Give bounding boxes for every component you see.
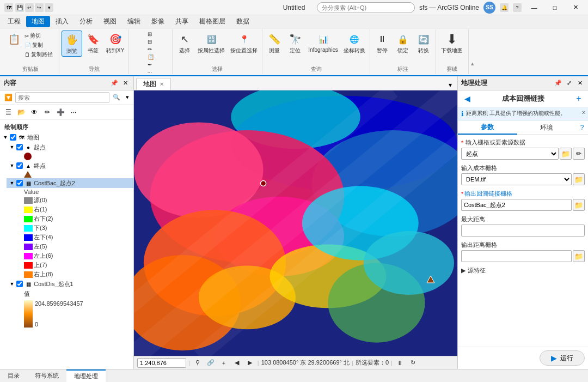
pause-map-button[interactable]: ⏸ [395, 358, 406, 368]
pause-button[interactable]: ⏸ 暂停 [372, 31, 392, 56]
menu-item-raster-layer[interactable]: 栅格图层 [194, 16, 231, 27]
menu-item-data[interactable]: 数据 [231, 16, 255, 27]
toc-visibility-view-btn[interactable]: 👁 [28, 106, 40, 118]
toc-list-view-btn[interactable]: ☰ [2, 106, 14, 118]
gp-output-input[interactable] [461, 199, 572, 211]
toc-add-layer-btn[interactable]: ➕ [54, 106, 66, 118]
gp-help-button[interactable]: ? [576, 120, 588, 135]
menu-item-project[interactable]: 工程 [2, 16, 26, 27]
gp-outdist-input[interactable] [461, 250, 572, 262]
costbac-visibility-checkbox[interactable] [16, 180, 23, 186]
toc-search-button[interactable]: 🔍 [111, 93, 122, 101]
refresh-map-button[interactable]: ↻ [408, 358, 419, 368]
scale-input[interactable] [137, 358, 186, 368]
lock-button[interactable]: 🔒 锁定 [393, 31, 413, 56]
map-tab-dropdown[interactable]: ▾ [445, 80, 455, 90]
close-button[interactable]: ✕ [567, 3, 584, 13]
costdis-visibility-checkbox[interactable] [16, 281, 23, 287]
select-by-attribute-button[interactable]: 🔡 按属性选择 [195, 31, 227, 56]
gp-add-button[interactable]: + [573, 93, 585, 105]
toc-drawing-order-btn[interactable]: ✏ [41, 106, 53, 118]
status-btn-2[interactable]: 🔗 [205, 358, 216, 368]
toc-search-input[interactable] [15, 92, 109, 103]
menu-item-view[interactable]: 视图 [98, 16, 122, 27]
status-btn-5[interactable]: ▶ [244, 358, 255, 368]
undo-icon[interactable]: ↩ [25, 3, 34, 12]
map-tab-close-button[interactable]: ✕ [160, 81, 164, 87]
toc-source-view-btn[interactable]: 📂 [15, 106, 27, 118]
layer-btn-5[interactable]: ✒ [146, 61, 156, 68]
gp-tab-env[interactable]: 环境 [517, 120, 577, 135]
costbac-expand-icon[interactable]: ▼ [9, 180, 15, 186]
map-expand-icon[interactable]: ▼ [2, 135, 9, 140]
notification-icon[interactable]: 🔔 [500, 3, 509, 12]
cut-button[interactable]: ✂ 剪切 [23, 32, 54, 40]
goto-xy-button[interactable]: 🎯 转到XY [104, 31, 126, 56]
measure-button[interactable]: 📏 测量 [265, 31, 284, 56]
minimize-button[interactable]: — [526, 3, 542, 13]
status-btn-4[interactable]: ◀ [231, 358, 242, 368]
menu-item-map[interactable]: 地图 [26, 16, 50, 27]
menu-item-share[interactable]: 共享 [170, 16, 194, 27]
menu-item-analysis[interactable]: 分析 [74, 16, 98, 27]
origin-expand-icon[interactable]: ▼ [9, 144, 15, 150]
save-icon[interactable]: 💾 [15, 3, 24, 12]
select-by-location-button[interactable]: 📍 按位置选择 [228, 31, 260, 56]
gp-cost-select[interactable]: DEM.tif [461, 173, 572, 185]
toc-more-btn[interactable]: ··· [68, 106, 79, 118]
convert-button[interactable]: 🔄 转换 [414, 31, 433, 56]
paste-button[interactable]: 📋 ✂ 剪切 📄 复制 🗒 复制路径 [4, 31, 57, 60]
coord-convert-button[interactable]: 🌐 坐标转换 [341, 31, 367, 56]
gp-source-select[interactable]: 起点 [461, 148, 559, 160]
bottom-tab-geoprocessing[interactable]: 地理处理 [66, 369, 106, 382]
gp-outdist-folder-button[interactable]: 📁 [573, 250, 585, 262]
select-button[interactable]: ↖ 选择 [175, 31, 194, 56]
browse-button[interactable]: 🖐 浏览 [62, 31, 82, 57]
infographics-button[interactable]: 📊 Infographics [306, 31, 340, 54]
bottom-tab-catalog[interactable]: 目录 [0, 369, 27, 382]
global-search-input[interactable] [317, 2, 415, 13]
layer-origin[interactable]: ▼ ● 起点 [7, 142, 133, 152]
layer-dest[interactable]: ▼ ▲ 终点 [7, 161, 133, 171]
copy-path-button[interactable]: 🗒 复制路径 [23, 50, 54, 59]
gp-back-button[interactable]: ◀ [461, 93, 473, 105]
gp-pin-button[interactable]: 📌 [553, 78, 563, 88]
layer-costbac[interactable]: ▼ ▦ CostBac_起点2 [7, 178, 133, 188]
origin-visibility-checkbox[interactable] [16, 144, 23, 150]
copy-button[interactable]: 📄 复制 [23, 41, 54, 50]
dest-expand-icon[interactable]: ▼ [9, 163, 15, 168]
gp-info-close-button[interactable]: ✕ [581, 110, 586, 116]
layer-btn-more[interactable]: ··· [146, 69, 156, 76]
ribbon-expand-button[interactable]: ▲ [469, 61, 476, 66]
user-avatar[interactable]: SS [483, 2, 495, 14]
gp-close-button[interactable]: ✕ [575, 78, 585, 88]
bookmark-button[interactable]: 🔖 书签 [83, 31, 103, 56]
layer-costdis[interactable]: ▼ ▦ CostDis_起点1 [7, 279, 133, 289]
gp-source-folder-button[interactable]: 📁 [560, 148, 572, 160]
status-btn-1[interactable]: ⚲ [192, 358, 203, 368]
layer-btn-4[interactable]: 📋 [146, 53, 156, 60]
gp-cost-folder-button[interactable]: 📁 [573, 173, 585, 185]
gp-tab-params[interactable]: 参数 [458, 120, 517, 135]
bottom-tab-symbology[interactable]: 符号系统 [27, 369, 66, 382]
status-btn-3[interactable]: + [218, 358, 229, 368]
layer-btn-3[interactable]: ✏ [146, 46, 156, 53]
map-canvas[interactable] [134, 90, 457, 356]
menu-item-edit[interactable]: 编辑 [122, 16, 146, 27]
gp-maxdist-input[interactable] [461, 225, 585, 237]
gp-expand-button[interactable]: ⤢ [564, 78, 574, 88]
download-map-button[interactable]: ⬇ 下载地图 [439, 31, 465, 56]
layer-btn-2[interactable]: ⊟ [146, 38, 156, 45]
help-icon[interactable]: ? [513, 3, 522, 12]
gp-output-folder-button[interactable]: 📁 [573, 199, 585, 211]
layer-map[interactable]: ▼ 🗺 地图 [0, 132, 133, 142]
maximize-button[interactable]: □ [547, 3, 563, 13]
redo-icon[interactable]: ↪ [35, 3, 44, 12]
dest-visibility-checkbox[interactable] [16, 162, 23, 169]
toc-search-options[interactable]: ▾ [124, 93, 131, 101]
gp-source-pencil-button[interactable]: ✏ [573, 148, 585, 160]
gp-run-button[interactable]: ▶ 运行 [540, 350, 585, 366]
toc-pin-button[interactable]: 📌 [109, 78, 119, 88]
menu-item-insert[interactable]: 插入 [50, 16, 74, 27]
toc-close-button[interactable]: ✕ [120, 78, 130, 88]
